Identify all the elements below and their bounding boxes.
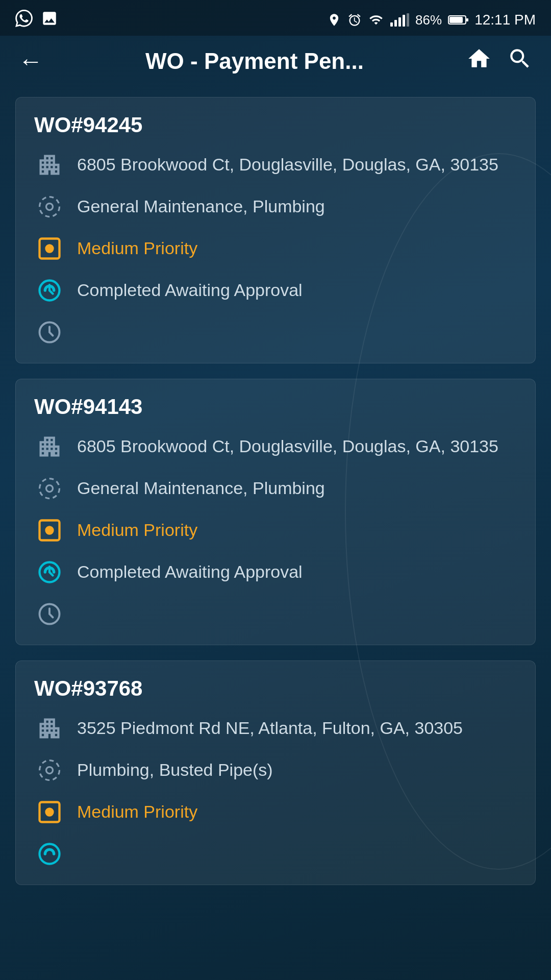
wo-number-2: WO#93768 xyxy=(34,676,517,701)
wo-category-0: General Maintenance, Plumbing xyxy=(77,194,325,219)
wo-number-0: WO#94245 xyxy=(34,113,517,137)
header: ← WO - Payment Pen... xyxy=(0,36,551,87)
header-action-icons xyxy=(466,46,533,77)
wo-time-row-1 xyxy=(34,599,517,629)
wifi-icon xyxy=(368,13,384,27)
wo-category-row-1: General Maintenance, Plumbing xyxy=(34,473,517,504)
wo-card-1[interactable]: WO#94143 6805 Brookwood Ct, Douglasville… xyxy=(15,379,536,645)
building-icon-0 xyxy=(34,150,65,180)
clock-icon-1 xyxy=(34,599,65,629)
wo-address-row-1: 6805 Brookwood Ct, Douglasville, Douglas… xyxy=(34,431,517,462)
wo-number-1: WO#94143 xyxy=(34,395,517,419)
svg-point-10 xyxy=(46,485,53,492)
priority-icon-1 xyxy=(34,515,65,546)
priority-icon-0 xyxy=(34,233,65,264)
svg-point-16 xyxy=(46,767,53,774)
wo-address-2: 3525 Piedmont Rd NE, Atlanta, Fulton, GA… xyxy=(77,716,463,741)
wo-status-row-0: Completed Awaiting Approval xyxy=(34,275,517,306)
svg-rect-1 xyxy=(466,18,468,21)
svg-point-18 xyxy=(46,809,53,816)
location-icon xyxy=(327,13,341,27)
svg-point-15 xyxy=(40,761,60,780)
priority-icon-2 xyxy=(34,797,65,827)
time: 12:11 PM xyxy=(474,12,536,28)
wo-address-0: 6805 Brookwood Ct, Douglasville, Douglas… xyxy=(77,153,498,177)
svg-point-3 xyxy=(40,197,60,217)
wo-status-row-2 xyxy=(34,839,517,869)
signal-icon xyxy=(390,13,409,27)
whatsapp-icon xyxy=(15,10,33,31)
home-button[interactable] xyxy=(466,46,492,77)
wo-priority-0: Medium Priority xyxy=(77,236,197,261)
wo-status-0: Completed Awaiting Approval xyxy=(77,278,303,303)
back-button[interactable]: ← xyxy=(18,49,43,74)
wo-address-row-0: 6805 Brookwood Ct, Douglasville, Douglas… xyxy=(34,150,517,180)
status-bar: 86% 12:11 PM xyxy=(0,0,551,36)
status-icon-0 xyxy=(34,275,65,306)
search-button[interactable] xyxy=(507,46,533,77)
work-orders-list: WO#94245 6805 Brookwood Ct, Douglasville… xyxy=(0,87,551,895)
wo-card-2[interactable]: WO#93768 3525 Piedmont Rd NE, Atlanta, F… xyxy=(15,660,536,885)
wo-priority-row-1: Medium Priority xyxy=(34,515,517,546)
clock-icon-0 xyxy=(34,317,65,348)
svg-point-9 xyxy=(40,479,60,499)
wo-category-row-2: Plumbing, Busted Pipe(s) xyxy=(34,755,517,786)
wo-priority-row-0: Medium Priority xyxy=(34,233,517,264)
building-icon-2 xyxy=(34,713,65,744)
wo-address-row-2: 3525 Piedmont Rd NE, Atlanta, Fulton, GA… xyxy=(34,713,517,744)
svg-point-4 xyxy=(46,204,53,210)
wo-priority-2: Medium Priority xyxy=(77,800,197,824)
wo-priority-1: Medium Priority xyxy=(77,518,197,543)
status-icon-2 xyxy=(34,839,65,869)
battery-percent: 86% xyxy=(415,12,442,28)
wo-status-1: Completed Awaiting Approval xyxy=(77,560,303,584)
building-icon-1 xyxy=(34,431,65,462)
alarm-icon xyxy=(347,13,362,27)
wo-card-0[interactable]: WO#94245 6805 Brookwood Ct, Douglasville… xyxy=(15,97,536,363)
wo-category-1: General Maintenance, Plumbing xyxy=(77,476,325,501)
category-icon-1 xyxy=(34,473,65,504)
svg-point-6 xyxy=(46,246,53,252)
gallery-icon xyxy=(41,10,58,31)
status-icon-1 xyxy=(34,557,65,587)
wo-time-row-0 xyxy=(34,317,517,348)
wo-category-2: Plumbing, Busted Pipe(s) xyxy=(77,758,273,782)
category-icon-0 xyxy=(34,191,65,222)
wo-address-1: 6805 Brookwood Ct, Douglasville, Douglas… xyxy=(77,434,498,459)
status-left-icons xyxy=(15,10,58,31)
category-icon-2 xyxy=(34,755,65,786)
wo-priority-row-2: Medium Priority xyxy=(34,797,517,827)
wo-category-row-0: General Maintenance, Plumbing xyxy=(34,191,517,222)
status-right-icons: 86% 12:11 PM xyxy=(327,12,536,28)
svg-rect-2 xyxy=(449,17,463,23)
wo-status-row-1: Completed Awaiting Approval xyxy=(34,557,517,587)
svg-point-19 xyxy=(40,844,60,864)
svg-point-12 xyxy=(46,527,53,534)
battery-icon xyxy=(448,14,468,26)
page-title: WO - Payment Pen... xyxy=(53,48,456,74)
